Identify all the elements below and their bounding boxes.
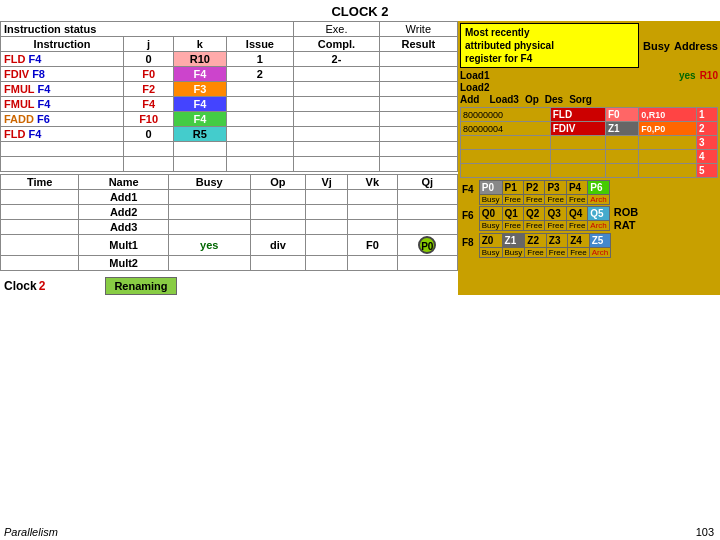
instr-exe-5 (294, 112, 379, 127)
instr-write-5 (379, 112, 457, 127)
f4-reg-row: P0 P1 P2 P3 P4 P6 (479, 181, 609, 195)
rob-num-2: 2 (696, 122, 717, 136)
clock-num: 2 (39, 279, 46, 293)
write-header: Write (379, 22, 457, 37)
instr-k-5: F4 (174, 112, 226, 127)
load1-label: Load1 (460, 70, 489, 81)
load1-r10: R10 (700, 70, 718, 81)
rs-mult1-qj: P0 (397, 235, 457, 256)
instr-write-3 (379, 82, 457, 97)
load2-row: Load2 (460, 82, 718, 93)
des-label: Des (545, 94, 563, 105)
col-k: k (174, 37, 226, 52)
instr-issue-6 (226, 127, 294, 142)
col-j: j (124, 37, 174, 52)
col-issue: Issue (226, 37, 294, 52)
instr-issue-2: 2 (226, 67, 294, 82)
rob-num-5: 5 (696, 164, 717, 178)
instr-row-7 (1, 142, 458, 157)
rs-mult1-vk: F0 (348, 235, 397, 256)
instr-j-2: F0 (124, 67, 174, 82)
rob-row-2: 80000004 FDIV Z1 F0,P0 2 (461, 122, 718, 136)
rs-mult2-name: Mult2 (79, 256, 168, 271)
rs-add2-row: Add2 (1, 205, 458, 220)
p0-circle: P0 (418, 236, 436, 254)
parallelism-label: Parallelism (4, 526, 58, 538)
rs-add3-row: Add3 (1, 220, 458, 235)
instr-row-3: FMUL F4 F2 F3 (1, 82, 458, 97)
instr-k-1: R10 (174, 52, 226, 67)
instr-write-1 (379, 52, 457, 67)
f4-label: F4 (460, 182, 474, 195)
most-recently-header: Most recently attributed physical regist… (460, 23, 639, 68)
renaming-button[interactable]: Renaming (105, 277, 176, 295)
f6-reg-row: Q0 Q1 Q2 Q3 Q4 Q5 (479, 207, 609, 221)
instr-exe-6 (294, 127, 379, 142)
rob-op-2: FDIV (550, 122, 605, 136)
instr-name-4: FMUL (4, 98, 35, 110)
instr-name-1: FLD (4, 53, 25, 65)
exe-header: Exe. (294, 22, 379, 37)
rob-row-1: 80000000 FLD F0 0,R10 1 (461, 108, 718, 122)
f4-busy-row: Busy Free Free Free Free Arch (479, 195, 609, 205)
rs-col-busy: Busy (168, 175, 250, 190)
col-compl: Compl. (294, 37, 379, 52)
load1-row: Load1 yes R10 (460, 70, 718, 81)
rs-mult1-vj (306, 235, 348, 256)
rs-add3-name: Add3 (79, 220, 168, 235)
rob-op-1: FLD (550, 108, 605, 122)
rs-mult2-row: Mult2 (1, 256, 458, 271)
rs-mult1-op: div (250, 235, 305, 256)
instr-name-2: FDIV (4, 68, 29, 80)
instr-name-3: FMUL (4, 83, 35, 95)
rob-des-2: F0,P0 (639, 122, 697, 136)
load3-row: Add Load3 Op Des Sorg (460, 94, 718, 105)
instr-write-2 (379, 67, 457, 82)
rob-num-1: 1 (696, 108, 717, 122)
rs-col-op: Op (250, 175, 305, 190)
instr-row-5: FADD F6 F10 F4 (1, 112, 458, 127)
instr-k-6: R5 (174, 127, 226, 142)
instr-j-4: F4 (124, 97, 174, 112)
f6-busy-row: Busy Free Free Free Free Arch (479, 221, 609, 231)
rob-rat-label: ROBRAT (614, 206, 638, 232)
instr-exe-1: 2- (294, 52, 379, 67)
rs-col-name: Name (79, 175, 168, 190)
f8-reg-row: Z0 Z1 Z2 Z3 Z4 Z5 (479, 234, 610, 248)
rob-addr-2: 80000004 (461, 122, 551, 136)
rs-add1-name: Add1 (79, 190, 168, 205)
rob-num-4: 4 (696, 150, 717, 164)
instr-k-4: F4 (174, 97, 226, 112)
rob-des-1: 0,R10 (639, 108, 697, 122)
instr-k-3: F3 (174, 82, 226, 97)
rob-row-5: 5 (461, 164, 718, 178)
instr-write-6 (379, 127, 457, 142)
busy-label: Busy (643, 40, 670, 52)
instr-exe-3 (294, 82, 379, 97)
instr-j-1: 0 (124, 52, 174, 67)
rs-col-time: Time (1, 175, 79, 190)
load2-label: Load2 (460, 82, 489, 93)
instr-name-5: FADD (4, 113, 34, 125)
instr-exe-4 (294, 97, 379, 112)
load3-label: Add (460, 94, 489, 105)
instr-row-4: FMUL F4 F4 F4 (1, 97, 458, 112)
f6-label: F6 (460, 208, 474, 221)
f8-busy-row: Busy Busy Free Free Free Arch (479, 248, 610, 258)
instr-j-6: 0 (124, 127, 174, 142)
load1-yes: yes (679, 70, 696, 81)
instr-name-6: FLD (4, 128, 25, 140)
rs-mult1-name: Mult1 (79, 235, 168, 256)
clock-label: Clock (4, 279, 37, 293)
instr-status-header: Instruction status (1, 22, 294, 37)
sorg-label: Sorg (569, 94, 592, 105)
load3-label2: Load3 (489, 94, 518, 105)
rs-add1-row: Add1 (1, 190, 458, 205)
rob-reg-2: Z1 (605, 122, 638, 136)
instr-issue-3 (226, 82, 294, 97)
f8-label: F8 (460, 235, 474, 248)
page-number: 103 (696, 526, 714, 538)
rob-row-3: 3 (461, 136, 718, 150)
instr-j-3: F2 (124, 82, 174, 97)
rs-col-qj: Qj (397, 175, 457, 190)
